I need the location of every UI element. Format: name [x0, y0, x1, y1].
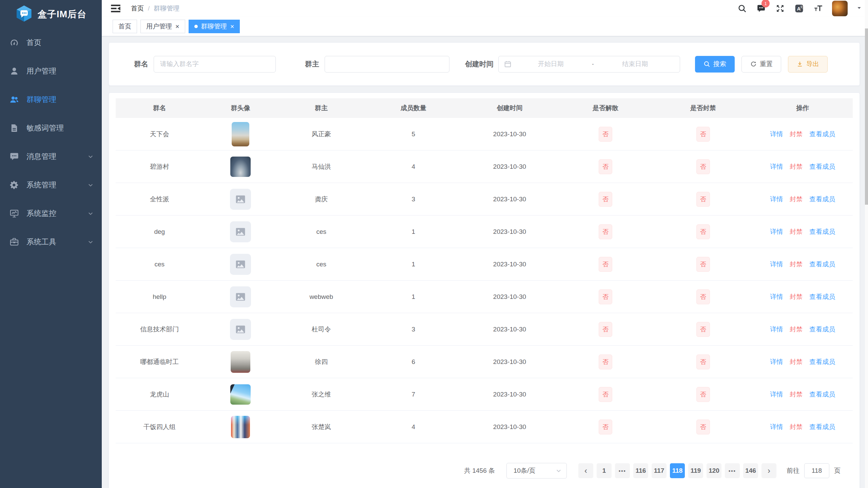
tab-0[interactable]: 首页 — [113, 20, 137, 33]
page-button-120[interactable]: 120 — [707, 463, 721, 478]
chevron-down-icon[interactable] — [856, 5, 862, 12]
page-scrollbar[interactable] — [865, 0, 868, 488]
page-button-146[interactable]: 146 — [743, 463, 758, 478]
view-members-link[interactable]: 查看成员 — [809, 325, 835, 334]
detail-link[interactable]: 详情 — [770, 130, 783, 139]
group-owner: ces — [278, 261, 365, 268]
detail-link[interactable]: 详情 — [770, 260, 783, 269]
member-count: 1 — [365, 261, 462, 268]
detail-link[interactable]: 详情 — [770, 227, 783, 236]
detail-link[interactable]: 详情 — [770, 195, 783, 204]
group-avatar-cell — [204, 157, 278, 177]
status-badge: 否 — [696, 127, 710, 142]
view-members-link[interactable]: 查看成员 — [809, 227, 835, 236]
ban-link[interactable]: 封禁 — [790, 390, 803, 399]
ban-link[interactable]: 封禁 — [790, 423, 803, 431]
next-page-button[interactable]: › — [761, 463, 776, 478]
prev-page-button[interactable]: ‹ — [578, 463, 593, 478]
ban-link[interactable]: 封禁 — [790, 130, 803, 139]
table-row: cesces12023-10-30否否详情封禁查看成员 — [116, 248, 853, 281]
search-icon[interactable] — [737, 3, 747, 14]
reset-button[interactable]: 重置 — [741, 56, 781, 73]
detail-link[interactable]: 详情 — [770, 423, 783, 431]
status-badge: 否 — [696, 387, 710, 402]
tab-2[interactable]: 群聊管理× — [189, 20, 240, 33]
fullscreen-icon[interactable] — [775, 3, 785, 14]
ban-link[interactable]: 封禁 — [790, 260, 803, 269]
view-members-link[interactable]: 查看成员 — [809, 390, 835, 399]
table-row: 干饭四人组张楚岚42023-10-30否否详情封禁查看成员 — [116, 411, 853, 443]
detail-link[interactable]: 详情 — [770, 325, 783, 334]
group-owner: 张之维 — [278, 390, 365, 399]
goto-page-input[interactable] — [804, 463, 829, 478]
view-members-link[interactable]: 查看成员 — [809, 358, 835, 366]
scrollbar-thumb[interactable] — [865, 28, 868, 205]
hamburger-icon[interactable] — [111, 3, 121, 14]
view-members-link[interactable]: 查看成员 — [809, 292, 835, 301]
ban-link[interactable]: 封禁 — [790, 358, 803, 366]
dissolved-cell: 否 — [557, 127, 654, 142]
page-button-118[interactable]: 118 — [670, 463, 685, 478]
group-owner: ces — [278, 228, 365, 236]
sidebar-item-messages[interactable]: 消息管理 — [0, 142, 102, 171]
date-separator: - — [590, 61, 596, 67]
date-range-picker[interactable]: - — [498, 56, 680, 73]
sidebar-item-sensitive[interactable]: 敏感词管理 — [0, 114, 102, 142]
svg-text:文: 文 — [800, 5, 803, 8]
end-date-input[interactable] — [596, 60, 674, 68]
gear-icon — [9, 180, 19, 190]
breadcrumb-home[interactable]: 首页 — [131, 4, 144, 13]
group-avatar-cell — [204, 416, 278, 438]
download-icon — [796, 61, 803, 67]
export-button[interactable]: 导出 — [788, 56, 828, 73]
view-members-link[interactable]: 查看成员 — [809, 130, 835, 139]
dissolved-cell: 否 — [557, 420, 654, 434]
detail-link[interactable]: 详情 — [770, 162, 783, 171]
group-avatar-cell — [204, 122, 278, 146]
close-icon[interactable]: × — [230, 23, 234, 30]
page-button-117[interactable]: 117 — [652, 463, 667, 478]
detail-link[interactable]: 详情 — [770, 390, 783, 399]
font-size-icon[interactable] — [813, 3, 823, 14]
app-root: 盒子IM后台 首页用户管理群聊管理敏感词管理消息管理系统管理系统监控系统工具 首… — [0, 0, 868, 488]
view-members-link[interactable]: 查看成员 — [809, 195, 835, 204]
sidebar-item-groups[interactable]: 群聊管理 — [0, 85, 102, 114]
group-name-label: 群名 — [134, 59, 148, 69]
view-members-link[interactable]: 查看成员 — [809, 423, 835, 431]
detail-link[interactable]: 详情 — [770, 358, 783, 366]
messages-icon[interactable]: 1 — [756, 3, 766, 14]
sidebar-item-system[interactable]: 系统管理 — [0, 171, 102, 199]
app-logo[interactable]: 盒子IM后台 — [0, 0, 102, 28]
group-name-input[interactable] — [154, 56, 276, 73]
more-pages-button[interactable]: ••• — [615, 463, 630, 478]
member-count: 1 — [365, 228, 462, 236]
tab-1[interactable]: 用户管理× — [140, 20, 185, 33]
page-button-1[interactable]: 1 — [597, 463, 612, 478]
sidebar-item-users[interactable]: 用户管理 — [0, 57, 102, 85]
page-button-119[interactable]: 119 — [688, 463, 703, 478]
ban-link[interactable]: 封禁 — [790, 195, 803, 204]
page-size-select[interactable]: 10条/页 — [506, 463, 567, 479]
actions-cell: 详情封禁查看成员 — [752, 390, 853, 399]
owner-input[interactable] — [325, 56, 449, 73]
view-members-link[interactable]: 查看成员 — [809, 162, 835, 171]
view-members-link[interactable]: 查看成员 — [809, 260, 835, 269]
column-header: 群主 — [278, 104, 365, 113]
page-button-116[interactable]: 116 — [633, 463, 648, 478]
group-icon — [9, 95, 19, 104]
close-icon[interactable]: × — [175, 23, 179, 30]
start-date-input[interactable] — [512, 60, 590, 68]
sidebar-item-monitor[interactable]: 系统监控 — [0, 199, 102, 228]
more-pages-button[interactable]: ••• — [725, 463, 740, 478]
user-avatar[interactable] — [832, 1, 848, 16]
detail-link[interactable]: 详情 — [770, 292, 783, 301]
sidebar-item-tools[interactable]: 系统工具 — [0, 228, 102, 256]
ban-link[interactable]: 封禁 — [790, 292, 803, 301]
translate-icon[interactable]: A文 — [794, 3, 804, 14]
ban-link[interactable]: 封禁 — [790, 325, 803, 334]
ban-link[interactable]: 封禁 — [790, 227, 803, 236]
ban-link[interactable]: 封禁 — [790, 162, 803, 171]
banned-cell: 否 — [654, 387, 752, 402]
sidebar-item-home[interactable]: 首页 — [0, 28, 102, 57]
search-button[interactable]: 搜索 — [695, 56, 735, 73]
